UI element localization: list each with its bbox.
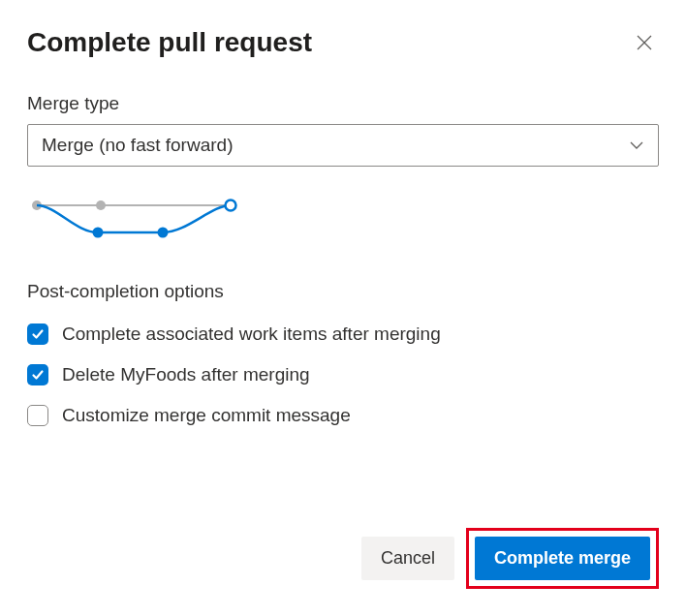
checkmark-icon xyxy=(31,327,45,341)
svg-point-7 xyxy=(226,200,236,211)
dialog-footer: Cancel Complete merge xyxy=(27,528,659,589)
checkbox-label: Delete MyFoods after merging xyxy=(62,364,310,385)
checkbox-delete-branch[interactable]: Delete MyFoods after merging xyxy=(27,364,659,385)
post-completion-heading: Post-completion options xyxy=(27,281,659,302)
complete-merge-button[interactable]: Complete merge xyxy=(475,537,650,580)
svg-point-5 xyxy=(93,228,104,238)
close-button[interactable] xyxy=(630,28,659,57)
checkmark-icon xyxy=(31,368,45,382)
checkbox-label: Complete associated work items after mer… xyxy=(62,323,441,345)
chevron-down-icon xyxy=(629,138,644,153)
checkbox-input[interactable] xyxy=(27,364,48,385)
checkbox-label: Customize merge commit message xyxy=(62,405,351,426)
merge-type-select[interactable]: Merge (no fast forward) xyxy=(27,124,659,167)
svg-point-6 xyxy=(158,228,169,238)
merge-type-value: Merge (no fast forward) xyxy=(42,135,233,156)
checkbox-customize-message[interactable]: Customize merge commit message xyxy=(27,405,659,426)
complete-pull-request-dialog: Complete pull request Merge type Merge (… xyxy=(0,0,686,616)
close-icon xyxy=(636,34,653,51)
dialog-title: Complete pull request xyxy=(27,27,312,58)
highlight-annotation: Complete merge xyxy=(466,528,659,589)
dialog-header: Complete pull request xyxy=(27,27,659,58)
merge-graph-icon xyxy=(27,194,240,242)
cancel-button[interactable]: Cancel xyxy=(361,537,454,580)
checkbox-complete-work-items[interactable]: Complete associated work items after mer… xyxy=(27,323,659,345)
checkbox-input[interactable] xyxy=(27,323,48,345)
checkbox-input[interactable] xyxy=(27,405,48,426)
svg-point-4 xyxy=(96,200,106,210)
merge-type-label: Merge type xyxy=(27,93,659,114)
